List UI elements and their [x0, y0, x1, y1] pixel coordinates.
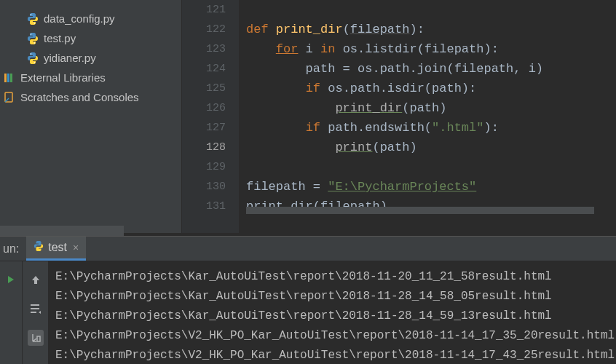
svg-point-3	[34, 42, 36, 44]
tree-file-item[interactable]: data_config.py	[0, 9, 181, 28]
console-output[interactable]: E:\PycharmProjects\Kar_AutoUiTest\report…	[48, 261, 616, 364]
tree-file-item[interactable]: test.py	[0, 28, 181, 48]
line-number: 129	[188, 157, 239, 177]
output-line: E:\PycharmProjects\Kar_AutoUiTest\report…	[55, 290, 552, 303]
soft-wrap-icon[interactable]	[28, 301, 44, 317]
scratches-label: Scratches and Consoles	[20, 91, 139, 103]
external-libraries-label: External Libraries	[20, 71, 106, 84]
tree-file-item[interactable]: yidianer.py	[0, 48, 181, 68]
file-name: test.py	[44, 32, 76, 44]
output-line: E:\PycharmProjects\Kar_AutoUiTest\report…	[55, 309, 552, 323]
line-number: 125	[188, 79, 239, 98]
divider	[0, 226, 124, 236]
python-run-icon	[33, 241, 44, 254]
project-tree[interactable]: data_config.py test.py yidianer.py Exter…	[0, 0, 182, 233]
svg-point-1	[34, 23, 36, 24]
run-toolbar-secondary	[22, 261, 48, 364]
output-line: E:\PycharmProjects\Kar_AutoUiTest\report…	[55, 270, 552, 283]
file-name: yidianer.py	[44, 52, 96, 64]
python-file-icon	[26, 12, 39, 25]
scratches-node[interactable]: Scratches and Consoles	[0, 87, 181, 107]
run-toolbar-primary	[0, 261, 22, 364]
line-number: 126	[188, 98, 239, 118]
external-libraries-node[interactable]: External Libraries	[0, 68, 181, 87]
run-header: un: test ×	[0, 237, 616, 261]
svg-rect-7	[7, 74, 9, 82]
svg-point-0	[31, 14, 32, 15]
scroll-to-end-icon[interactable]	[28, 330, 44, 346]
svg-point-5	[34, 62, 36, 63]
line-number: 130	[188, 177, 239, 197]
line-number: 131	[188, 197, 239, 216]
rerun-button[interactable]	[3, 272, 19, 288]
output-line: E:\PycharmProjects\V2_HK_PO_Kar_AutoUiTe…	[55, 349, 615, 362]
close-icon[interactable]: ×	[73, 242, 79, 253]
svg-point-2	[31, 33, 32, 35]
line-number: 122	[188, 20, 239, 39]
python-file-icon	[26, 52, 39, 65]
run-tool-window: un: test × E:\PycharmProjects\Kar	[0, 236, 616, 364]
line-number: 124	[188, 59, 239, 79]
scratches-icon	[3, 91, 16, 104]
line-number: 121	[188, 0, 239, 20]
run-label: un:	[0, 242, 26, 256]
run-tab[interactable]: test ×	[26, 237, 86, 261]
line-number: 127	[188, 118, 239, 138]
up-arrow-icon[interactable]	[28, 272, 44, 288]
python-file-icon	[26, 32, 39, 45]
svg-point-4	[31, 53, 32, 55]
editor-gutter: 121 122 123 124 125 126 127 128 129 130 …	[188, 0, 239, 233]
output-line: E:\PycharmProjects\V2_HK_PO_Kar_AutoUiTe…	[55, 329, 615, 342]
svg-rect-8	[10, 74, 12, 82]
run-tab-label: test	[48, 241, 67, 254]
file-name: data_config.py	[44, 12, 115, 25]
code-editor[interactable]: 121 122 123 124 125 126 127 128 129 130 …	[182, 0, 616, 233]
line-number: 128	[188, 138, 239, 157]
code-content[interactable]: def print_dir(filepath): for i in os.lis…	[239, 0, 616, 233]
tree-file-item[interactable]	[0, 1, 181, 9]
horizontal-scrollbar[interactable]	[246, 207, 594, 214]
library-icon	[3, 71, 16, 84]
svg-rect-6	[4, 74, 7, 82]
line-number: 123	[188, 39, 239, 59]
